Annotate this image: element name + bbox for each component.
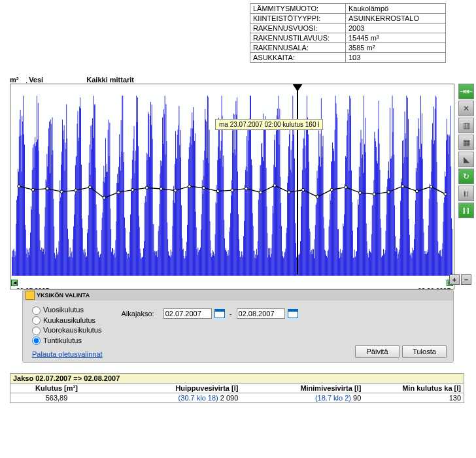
radio-vuosikulutus[interactable]: Vuosikulutus (32, 306, 101, 315)
svg-rect-408 (254, 251, 254, 276)
svg-rect-527 (324, 228, 324, 276)
svg-rect-390 (243, 257, 243, 276)
svg-rect-674 (411, 252, 412, 276)
svg-rect-625 (382, 255, 382, 276)
svg-rect-288 (182, 250, 183, 276)
svg-rect-394 (245, 170, 246, 276)
svg-rect-347 (217, 160, 218, 276)
svg-rect-131 (90, 144, 90, 276)
print-button[interactable]: Tulosta (402, 345, 447, 358)
svg-point-750 (103, 197, 105, 199)
svg-rect-588 (360, 142, 361, 276)
marker-line[interactable] (297, 84, 298, 274)
svg-rect-295 (186, 242, 187, 276)
date-from-input[interactable] (163, 308, 212, 319)
svg-rect-164 (109, 156, 110, 276)
svg-point-766 (330, 188, 333, 191)
date-to-input[interactable] (237, 308, 285, 319)
svg-rect-75 (56, 248, 57, 276)
svg-rect-66 (51, 124, 52, 276)
svg-rect-684 (417, 136, 418, 276)
svg-rect-598 (366, 223, 367, 276)
svg-rect-456 (282, 256, 282, 276)
svg-rect-41 (36, 142, 37, 276)
update-button[interactable]: Päivitä (355, 345, 400, 358)
svg-rect-231 (148, 114, 149, 276)
svg-rect-327 (205, 120, 206, 276)
tool-refresh-icon[interactable]: ↻ (458, 169, 474, 184)
svg-rect-528 (324, 250, 325, 276)
range-handle-left[interactable]: ◀ (11, 280, 18, 286)
calendar-icon[interactable] (214, 309, 225, 318)
tool-area-icon[interactable]: ◣ (458, 152, 474, 167)
svg-rect-620 (379, 144, 380, 276)
svg-rect-454 (280, 203, 281, 276)
zoom-in-button[interactable]: + (449, 274, 460, 285)
tool-bars2-icon[interactable]: ⫼ (458, 186, 474, 201)
svg-rect-256 (163, 109, 164, 276)
svg-rect-412 (256, 259, 256, 276)
zoom-out-button[interactable]: − (461, 274, 471, 285)
svg-rect-536 (330, 220, 330, 276)
svg-rect-612 (374, 132, 375, 276)
radio-vuorokausikulutus[interactable]: Vuorokausikulutus (32, 326, 101, 335)
period-row: Aikajakso: - (121, 308, 298, 319)
svg-rect-721 (439, 254, 439, 276)
radio-kuukausikulutus[interactable]: Kuukausikulutus (32, 316, 101, 325)
svg-rect-90 (65, 142, 66, 276)
svg-rect-63 (49, 122, 50, 276)
svg-rect-201 (131, 179, 131, 276)
svg-rect-602 (368, 257, 369, 276)
svg-rect-719 (437, 241, 438, 276)
svg-rect-33 (31, 210, 32, 276)
svg-rect-305 (192, 129, 193, 276)
svg-rect-432 (267, 257, 268, 276)
svg-rect-229 (147, 154, 148, 276)
tool-compare-icon[interactable]: ⫿⫿ (458, 203, 474, 218)
svg-rect-445 (275, 167, 276, 276)
svg-rect-199 (129, 232, 130, 276)
tool-compress-icon[interactable]: ⇥⇤ (458, 84, 474, 99)
svg-rect-113 (78, 138, 79, 276)
svg-rect-545 (335, 130, 335, 276)
svg-rect-570 (349, 96, 350, 276)
min-link[interactable]: (18.7 klo 2) (315, 394, 351, 402)
svg-rect-692 (422, 113, 422, 276)
radio-tuntikulutus[interactable]: Tuntikulutus (32, 336, 101, 346)
svg-rect-493 (304, 139, 305, 276)
svg-rect-23 (26, 230, 26, 276)
svg-rect-282 (178, 106, 179, 276)
svg-rect-560 (343, 226, 344, 276)
svg-rect-605 (370, 252, 371, 276)
huippu-link[interactable]: (30.7 klo 18) (178, 394, 218, 402)
svg-rect-137 (93, 138, 94, 276)
svg-rect-653 (399, 252, 400, 276)
svg-rect-72 (54, 253, 55, 276)
reset-defaults-link[interactable]: Palauta oletusvalinnat (23, 348, 103, 358)
calendar-icon[interactable] (288, 309, 298, 318)
svg-rect-655 (400, 238, 400, 276)
svg-rect-488 (301, 206, 301, 276)
svg-rect-126 (86, 256, 87, 276)
svg-rect-27 (27, 250, 28, 276)
options-panel: YKSIKÖN VALINTA VuosikulutusKuukausikulu… (22, 289, 454, 363)
svg-rect-108 (76, 157, 76, 276)
svg-rect-734 (447, 119, 447, 276)
svg-rect-562 (345, 184, 345, 276)
svg-rect-35 (33, 148, 33, 276)
svg-rect-84 (61, 152, 62, 276)
tool-bars1-icon[interactable]: ▥ (458, 118, 474, 133)
tool-grid-icon[interactable]: ▦ (458, 135, 474, 150)
svg-rect-532 (327, 257, 328, 276)
svg-rect-740 (450, 106, 450, 276)
svg-rect-258 (165, 96, 165, 276)
svg-rect-291 (184, 259, 185, 276)
svg-rect-127 (87, 233, 88, 276)
tool-crosshair-icon[interactable]: ✕ (458, 101, 474, 116)
svg-rect-411 (255, 254, 256, 276)
svg-rect-339 (212, 255, 213, 276)
svg-rect-196 (128, 254, 129, 276)
chart-area[interactable]: ma 23.07.2007 02:00 kulutus 160 l ◀ 02.0… (10, 84, 454, 289)
summary-title: Jakso 02.07.2007 => 02.08.2007 (10, 374, 464, 384)
svg-rect-265 (169, 255, 169, 276)
